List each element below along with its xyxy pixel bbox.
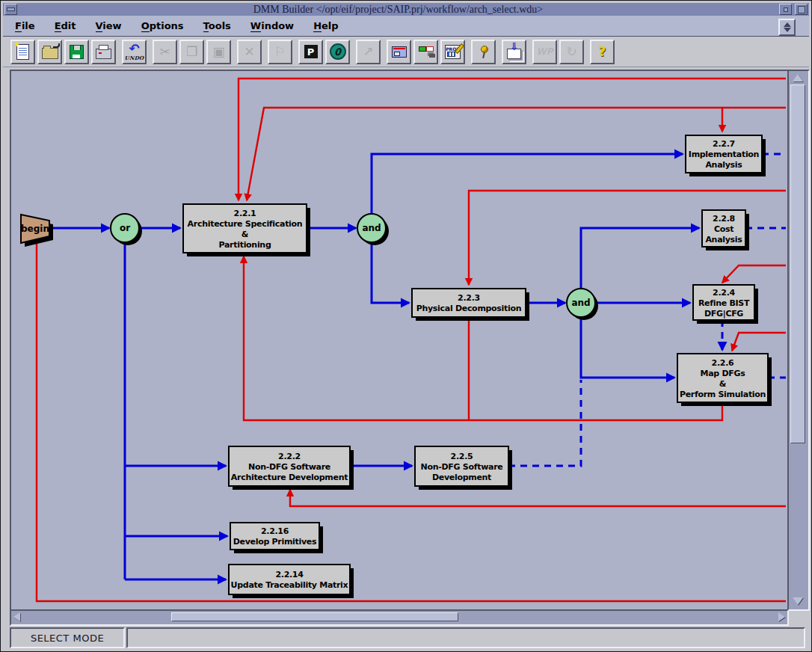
probe-dialog-button[interactable]: PROB [440, 40, 465, 64]
vertical-scrollbar-thumb[interactable] [790, 84, 805, 443]
zero-icon: 0 [330, 43, 346, 60]
node-2.2.7[interactable]: 2.2.7ImplementationAnalysis [686, 135, 766, 176]
node-2.2.2[interactable]: 2.2.2Non-DFG SoftwareArchitecture Develo… [229, 446, 354, 490]
import-button[interactable] [502, 40, 526, 64]
node-2.2.4[interactable]: 2.2.4Refine BISTDFG|CFG [693, 285, 758, 324]
window-menu-button[interactable] [4, 4, 17, 15]
connector-arrow-icon: ↗ [363, 46, 373, 58]
print-button[interactable] [91, 40, 116, 64]
display-states-button[interactable] [413, 40, 438, 64]
title-bar: DMM Builder </opt/eif/project/SAIP.prj/w… [3, 3, 809, 16]
scroll-up-arrow[interactable] [793, 74, 803, 82]
edge-and1-to-2.2.3[interactable] [372, 242, 409, 303]
svg-text:2.2.16: 2.2.16 [261, 526, 289, 536]
undo-icon: ↶ [129, 43, 139, 55]
copy-button[interactable]: ❐ [179, 40, 204, 64]
edge-red-to-2.2.4[interactable] [722, 265, 786, 283]
cut-button[interactable]: ✂ [153, 40, 177, 64]
new-button[interactable] [10, 40, 35, 64]
flag-icon: ⚐ [274, 46, 286, 58]
led-states-icon [419, 46, 434, 58]
open-folder-icon [42, 48, 58, 59]
scroll-left-arrow[interactable] [13, 612, 20, 621]
spinner-down-icon [784, 28, 791, 32]
app-window: DMM Builder </opt/eif/project/SAIP.prj/w… [0, 0, 812, 652]
edge-2.2.5-to-2.2.6[interactable] [508, 380, 581, 466]
node-or-1[interactable]: or [111, 214, 142, 245]
node-2.2.8[interactable]: 2.2.8CostAnalysis [702, 210, 749, 250]
parameters-button[interactable]: P [298, 40, 323, 64]
flag-tool-button[interactable]: ⚐ [268, 40, 292, 64]
edge-and2-to-2.2.8[interactable] [581, 228, 699, 289]
horizontal-scrollbar[interactable] [10, 609, 789, 626]
paste-button[interactable]: ▣ [206, 40, 231, 64]
edge-and2-to-2.2.6[interactable] [581, 317, 674, 378]
svg-text:Implementation: Implementation [689, 150, 759, 159]
svg-text:Partitioning: Partitioning [219, 240, 271, 250]
window-title: DMM Builder </opt/eif/project/SAIP.prj/w… [19, 3, 778, 16]
node-2.2.1[interactable]: 2.2.1Architecture Specification&Partitio… [183, 204, 310, 256]
svg-text:2.2.8: 2.2.8 [713, 214, 735, 224]
edge-red-2.2.6-to-2.2.1[interactable] [244, 256, 722, 420]
node-editor-button[interactable] [387, 40, 411, 64]
edge-red-to-2.2.6[interactable] [732, 333, 786, 351]
svg-text:DFG|CFG: DFG|CFG [704, 309, 743, 319]
status-mode-text: SELECT MODE [31, 633, 104, 644]
undo-button-label: UNDO [125, 55, 144, 61]
svg-text:Develop Primitives: Develop Primitives [233, 537, 317, 547]
svg-text:Architecture Specification: Architecture Specification [188, 219, 303, 229]
delete-button[interactable]: ✕ [237, 40, 262, 64]
workflow-canvas-svg[interactable]: beginorandand2.2.1Architecture Specifica… [13, 73, 786, 608]
scroll-right-arrow[interactable] [778, 612, 785, 621]
menu-file[interactable]: File [15, 20, 35, 31]
node-2.2.14[interactable]: 2.2.14Update Traceability Matrix [229, 565, 354, 598]
menubar-spinner-button[interactable] [778, 19, 796, 36]
help-button[interactable]: ? [590, 40, 615, 64]
status-mode-panel: SELECT MODE [10, 627, 125, 648]
node-begin[interactable]: begin [21, 215, 53, 247]
svg-text:Cost: Cost [714, 224, 733, 234]
menu-view[interactable]: View [96, 20, 122, 31]
svg-text:Non-DFG Software: Non-DFG Software [421, 462, 503, 472]
pushpin-button[interactable] [471, 40, 496, 64]
minimize-button[interactable] [779, 4, 792, 15]
workflow-canvas[interactable]: beginorandand2.2.1Architecture Specifica… [10, 70, 789, 611]
menu-window[interactable]: Window [250, 20, 294, 31]
help-question-icon: ? [599, 46, 606, 58]
svg-text:and: and [571, 298, 590, 308]
node-and-1[interactable]: and [357, 214, 389, 245]
toolbar: ↶UNDO✂❐▣✕⚐P0↗PROBWP↻? [3, 37, 809, 67]
svg-text:Analysis: Analysis [705, 235, 742, 244]
maximize-button[interactable] [795, 4, 808, 15]
node-2.2.3[interactable]: 2.2.3Physical Decomposition [412, 289, 529, 321]
new-document-icon [16, 44, 29, 60]
edge-and1-to-2.2.7[interactable] [372, 154, 683, 214]
open-button[interactable] [37, 40, 62, 64]
save-button[interactable] [64, 40, 89, 64]
node-editor-icon [392, 46, 407, 58]
zero-tool-button[interactable]: 0 [325, 40, 350, 64]
svg-text:2.2.4: 2.2.4 [713, 288, 735, 298]
svg-text:&: & [242, 230, 249, 239]
svg-text:2.2.2: 2.2.2 [278, 452, 301, 461]
menu-edit[interactable]: Edit [55, 20, 76, 31]
node-and-2[interactable]: and [567, 289, 598, 320]
menu-options[interactable]: Options [141, 20, 184, 31]
node-2.2.6[interactable]: 2.2.6Map DFGs&Perform Simulation [677, 354, 772, 406]
maximize-icon [798, 6, 805, 13]
probe-dialog-icon: PROB [445, 45, 461, 59]
menu-help[interactable]: Help [313, 20, 338, 31]
edge-red-to-2.2.2[interactable] [290, 490, 786, 506]
vertical-scrollbar[interactable] [787, 70, 810, 611]
scroll-down-arrow[interactable] [793, 597, 803, 605]
svg-text:2.2.6: 2.2.6 [712, 358, 734, 368]
svg-text:Physical Decomposition: Physical Decomposition [416, 304, 522, 313]
node-2.2.5[interactable]: 2.2.5Non-DFG SoftwareDevelopment [415, 446, 512, 490]
word-processor-button[interactable]: WP [532, 40, 557, 64]
connector-tool-button[interactable]: ↗ [356, 40, 381, 64]
refresh-button[interactable]: ↻ [559, 40, 584, 64]
undo-button[interactable]: ↶UNDO [122, 40, 147, 64]
menu-tools[interactable]: Tools [203, 20, 231, 31]
node-2.2.16[interactable]: 2.2.16Develop Primitives [230, 523, 323, 553]
horizontal-scrollbar-thumb[interactable] [171, 612, 458, 621]
